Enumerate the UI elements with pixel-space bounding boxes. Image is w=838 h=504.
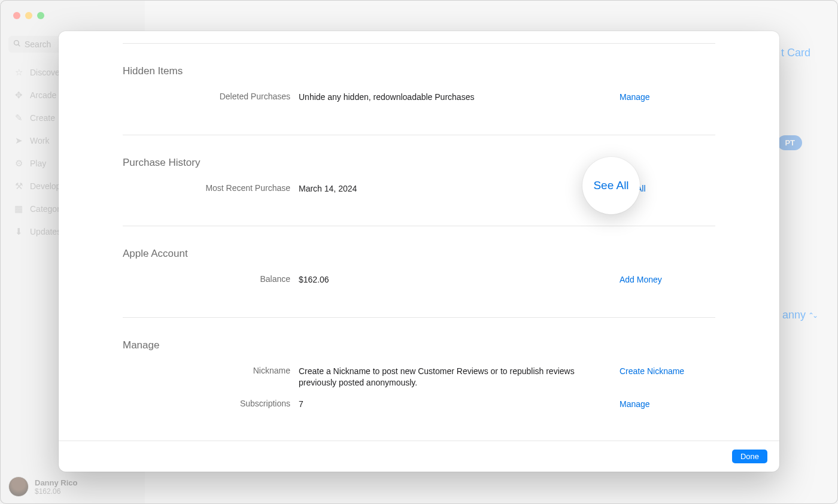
row-deleted-purchases: Deleted Purchases Unhide any hidden, red…: [123, 92, 715, 113]
row-value: $162.06: [299, 274, 620, 286]
row-label: Nickname: [123, 366, 299, 375]
manage-hidden-purchases-link[interactable]: Manage: [620, 92, 650, 102]
row-nickname: Nickname Create a Nickname to post new C…: [123, 366, 715, 399]
row-label: Most Recent Purchase: [123, 183, 299, 193]
done-button[interactable]: Done: [732, 450, 767, 463]
row-value: Unhide any hidden, redownloadable Purcha…: [299, 92, 620, 104]
row-subscriptions: Subscriptions 7 Manage: [123, 399, 715, 420]
row-value: Create a Nickname to post new Customer R…: [299, 366, 620, 389]
divider: [123, 135, 715, 135]
see-all-highlight-text: See All: [593, 179, 628, 192]
highlight-lens: See All: [582, 157, 640, 214]
row-label: Subscriptions: [123, 399, 299, 408]
manage-subscriptions-link[interactable]: Manage: [620, 399, 650, 409]
row-label: Balance: [123, 274, 299, 284]
divider: [123, 226, 715, 226]
create-nickname-link[interactable]: Create Nickname: [620, 366, 684, 376]
row-value: 7: [299, 399, 620, 411]
row-value: March 14, 2024: [299, 183, 620, 195]
modal-footer: Done: [59, 441, 779, 472]
row-label: Deleted Purchases: [123, 92, 299, 101]
row-balance: Balance $162.06 Add Money: [123, 274, 715, 296]
divider: [123, 317, 715, 318]
section-hidden-items: Hidden Items Deleted Purchases Unhide an…: [123, 60, 715, 135]
section-title: Manage: [123, 339, 715, 351]
divider: [123, 43, 715, 44]
section-manage: Manage Nickname Create a Nickname to pos…: [123, 335, 715, 441]
add-money-link[interactable]: Add Money: [620, 275, 662, 284]
section-title: Hidden Items: [123, 65, 715, 77]
account-settings-modal: Hidden Items Deleted Purchases Unhide an…: [59, 31, 779, 472]
section-title: Apple Account: [123, 248, 715, 260]
section-apple-account: Apple Account Balance $162.06 Add Money: [123, 243, 715, 317]
